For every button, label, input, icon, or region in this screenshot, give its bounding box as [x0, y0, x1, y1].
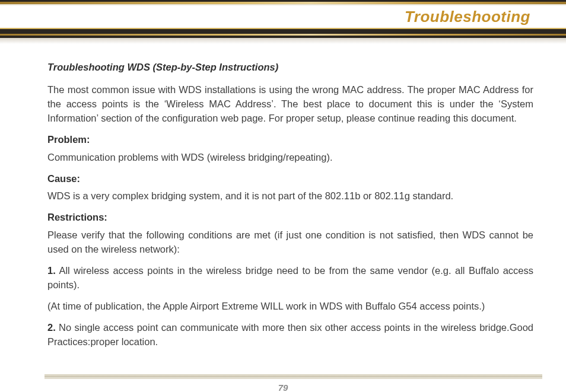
header-title-row: Troubleshooting: [0, 5, 566, 29]
header-fade: [0, 38, 566, 44]
list-item-1: 1. All wireless access points in the wir…: [47, 264, 533, 292]
problem-text: Communication problems with WDS (wireles…: [47, 151, 533, 165]
list-number-2: 2.: [47, 322, 56, 333]
list-item-1-note: (At time of publication, the Apple Airpo…: [47, 299, 533, 314]
page-title: Troubleshooting: [405, 8, 530, 26]
document-body: Troubleshooting WDS (Step-by-Step Instru…: [0, 44, 566, 362]
restrictions-text: Please verify that the following conditi…: [47, 228, 533, 257]
footer-rule: [44, 374, 542, 379]
page-footer: 79: [0, 374, 566, 392]
list-text-1: All wireless access points in the wirele…: [47, 265, 533, 290]
list-item-2: 2. No single access point can communicat…: [47, 321, 533, 349]
header-stripe-dark-2: [0, 29, 566, 34]
restrictions-label: Restrictions:: [47, 211, 533, 225]
document-page: Troubleshooting Troubleshooting WDS (Ste…: [0, 0, 566, 392]
list-number-1: 1.: [47, 265, 56, 276]
cause-text: WDS is a very complex bridging system, a…: [47, 189, 533, 203]
page-header: Troubleshooting: [0, 0, 566, 44]
problem-label: Problem:: [47, 133, 533, 147]
cause-label: Cause:: [47, 172, 533, 186]
intro-paragraph: The most common issue with WDS installat…: [47, 83, 533, 126]
list-text-2: No single access point can communicate w…: [47, 322, 533, 347]
section-heading: Troubleshooting WDS (Step-by-Step Instru…: [47, 60, 533, 75]
page-number: 79: [0, 383, 566, 392]
